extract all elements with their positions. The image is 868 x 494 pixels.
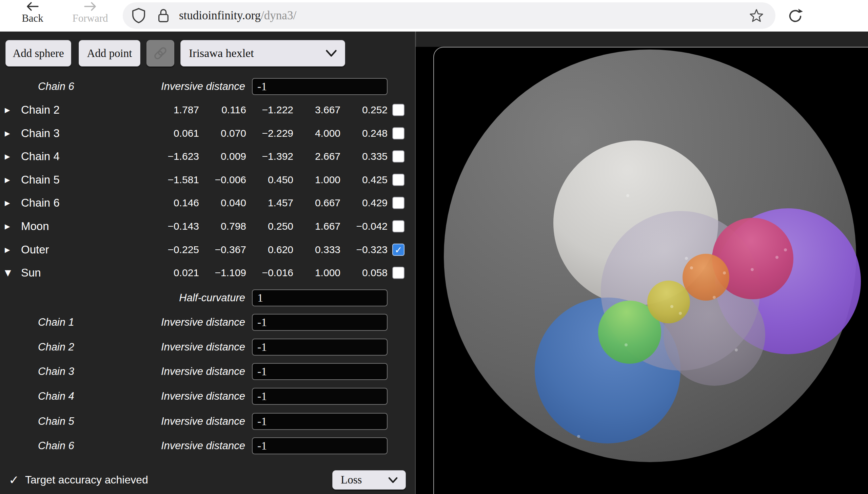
url-text: studioinfinity.org/dyna3/ bbox=[179, 9, 296, 22]
chain-value: 2.667 bbox=[293, 151, 340, 162]
link-icon bbox=[152, 44, 169, 62]
specular-highlight bbox=[685, 257, 688, 260]
chain-value: −0.367 bbox=[199, 244, 246, 255]
specular-highlight bbox=[679, 312, 682, 315]
chain-value: −0.006 bbox=[199, 174, 246, 186]
sun-detail-row: Chain 4Inversive distance bbox=[0, 388, 415, 405]
chain-row[interactable]: ▶Chain 4−1.6230.009−1.3922.6670.335 bbox=[0, 145, 415, 168]
add-point-button[interactable]: Add point bbox=[79, 40, 140, 66]
chain-value: 0.620 bbox=[246, 244, 293, 255]
chain-row-label: Moon bbox=[21, 220, 152, 233]
chain-value: 1.000 bbox=[293, 267, 340, 279]
specular-highlight bbox=[784, 248, 787, 251]
bookmark-star-icon[interactable] bbox=[749, 8, 764, 24]
caret-collapsed-icon[interactable]: ▶ bbox=[0, 152, 21, 160]
row-checkbox[interactable] bbox=[392, 197, 405, 209]
caret-collapsed-icon[interactable]: ▶ bbox=[0, 176, 21, 184]
detail-field-label: Inversive distance bbox=[0, 339, 245, 356]
caret-collapsed-icon[interactable]: ▶ bbox=[0, 199, 21, 207]
chain-row[interactable]: ▶Chain 5−1.581−0.0060.4501.0000.425 bbox=[0, 168, 415, 191]
chain-value: 0.252 bbox=[340, 104, 388, 116]
row-checkbox[interactable] bbox=[392, 267, 405, 279]
forward-button[interactable]: Forward bbox=[63, 1, 117, 24]
caret-collapsed-icon[interactable]: ▶ bbox=[0, 129, 21, 137]
inversive-distance-input[interactable] bbox=[252, 363, 388, 380]
checkbox-cell bbox=[388, 127, 415, 139]
status-message: Target accuracy achieved bbox=[25, 470, 148, 490]
sphere-viewport[interactable] bbox=[433, 47, 868, 494]
inversive-distance-input[interactable] bbox=[252, 413, 388, 430]
add-sphere-label: Add sphere bbox=[13, 47, 64, 60]
row-checkbox-checked[interactable]: ✓ bbox=[392, 244, 405, 256]
yellow-sphere bbox=[647, 281, 690, 323]
chain-value: 3.667 bbox=[293, 104, 340, 116]
row-checkbox[interactable] bbox=[392, 174, 405, 186]
chain-value: −0.042 bbox=[340, 221, 388, 232]
link-button[interactable] bbox=[146, 40, 174, 66]
chain-value: 0.667 bbox=[293, 197, 340, 209]
chain-row[interactable]: ▶Chain 21.7870.116−1.2223.6670.252 bbox=[0, 98, 415, 121]
detail-field-label: Inversive distance bbox=[0, 388, 245, 405]
back-label: Back bbox=[22, 12, 43, 24]
reload-icon[interactable] bbox=[787, 7, 804, 25]
inversive-distance-input[interactable] bbox=[252, 339, 388, 356]
specular-highlight bbox=[735, 348, 738, 352]
caret-collapsed-icon[interactable]: ▶ bbox=[0, 222, 21, 230]
detail-field-label: Half-curvature bbox=[0, 289, 245, 306]
checkbox-cell bbox=[388, 197, 415, 209]
specular-highlight bbox=[626, 194, 629, 197]
preset-select[interactable]: Irisawa hexlet bbox=[180, 40, 345, 66]
specular-highlight bbox=[751, 268, 754, 271]
back-button[interactable]: Back bbox=[13, 1, 52, 24]
add-sphere-button[interactable]: Add sphere bbox=[5, 40, 71, 66]
sun-detail-row: Chain 1Inversive distance bbox=[0, 314, 415, 331]
shield-icon[interactable] bbox=[131, 7, 146, 24]
chain-row[interactable]: ▶Chain 60.1460.0401.4570.6670.429 bbox=[0, 191, 415, 214]
chain-value: 0.248 bbox=[340, 128, 388, 139]
chain-value: 0.116 bbox=[199, 104, 246, 116]
url-bar[interactable]: studioinfinity.org/dyna3/ bbox=[123, 2, 775, 29]
chain-value: 1.000 bbox=[293, 174, 340, 186]
chain-value: −0.143 bbox=[152, 221, 199, 232]
chain-value: −1.109 bbox=[199, 267, 246, 279]
specular-highlight bbox=[775, 256, 778, 259]
specular-highlight bbox=[690, 266, 693, 269]
dyna3-app: Add sphere Add point Irisawa hexlet Chai… bbox=[0, 32, 868, 494]
chain-value: 1.667 bbox=[293, 221, 340, 232]
inversive-distance-input[interactable] bbox=[252, 78, 388, 95]
caret-collapsed-icon[interactable]: ▶ bbox=[0, 106, 21, 114]
chain-row-label: Chain 3 bbox=[21, 127, 152, 140]
inversive-distance-input[interactable] bbox=[252, 388, 388, 405]
caret-collapsed-icon[interactable]: ▶ bbox=[0, 246, 21, 254]
inversive-distance-input[interactable] bbox=[252, 314, 388, 331]
chain-value: 0.058 bbox=[340, 267, 388, 279]
chain-row-label: Chain 5 bbox=[21, 173, 152, 186]
chain-row[interactable]: ▼Sun0.021−1.109−0.0161.0000.058 bbox=[0, 261, 415, 284]
chain-value: −0.323 bbox=[340, 244, 388, 255]
sun-detail-row: Chain 5Inversive distance bbox=[0, 413, 415, 430]
inversive-distance-input[interactable] bbox=[252, 437, 388, 454]
chevron-down-icon bbox=[325, 49, 337, 57]
chain-row-label: Chain 2 bbox=[21, 103, 152, 116]
chain-row[interactable]: ▶Moon−0.1430.7980.2501.667−0.042 bbox=[0, 215, 415, 238]
row-checkbox[interactable] bbox=[392, 127, 405, 139]
chain-row[interactable]: ▶Chain 30.0610.070−2.2294.0000.248 bbox=[0, 122, 415, 145]
row-checkbox[interactable] bbox=[392, 150, 405, 163]
chain-row-label: Outer bbox=[21, 243, 152, 256]
half-curvature-input[interactable] bbox=[252, 289, 388, 306]
row-checkbox[interactable] bbox=[392, 220, 405, 232]
row-checkbox[interactable] bbox=[392, 104, 405, 116]
checkbox-cell bbox=[388, 150, 415, 163]
selected-detail-row: Chain 6 Inversive distance bbox=[0, 78, 415, 95]
chain-row[interactable]: ▶Outer−0.225−0.3670.6200.333−0.323✓ bbox=[0, 238, 415, 261]
chain-value: 0.335 bbox=[340, 151, 388, 162]
forward-label: Forward bbox=[72, 12, 108, 24]
loss-select[interactable]: Loss bbox=[332, 470, 406, 490]
caret-expanded-icon[interactable]: ▼ bbox=[0, 268, 21, 278]
sun-detail-row: Chain 2Inversive distance bbox=[0, 339, 415, 356]
lock-icon[interactable] bbox=[157, 8, 170, 23]
specular-highlight bbox=[713, 296, 716, 299]
status-check-icon: ✓ bbox=[9, 470, 19, 490]
chain-value: −2.229 bbox=[246, 128, 293, 139]
checkbox-cell bbox=[388, 174, 415, 186]
